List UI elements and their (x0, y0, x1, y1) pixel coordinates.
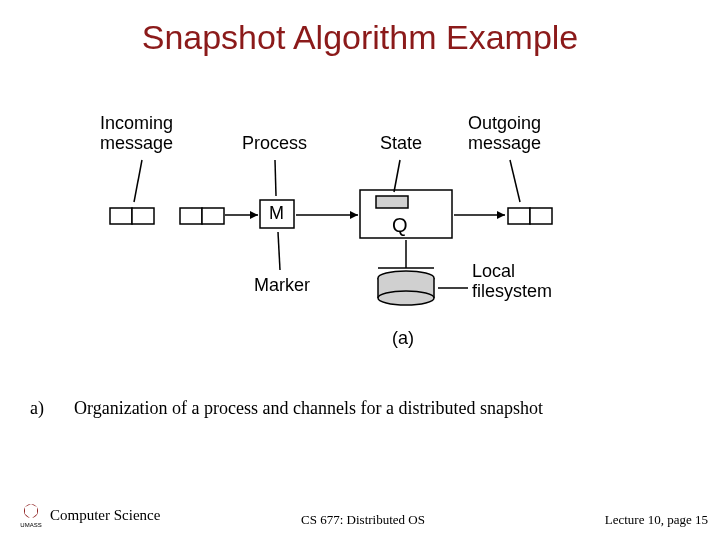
label-marker: Marker (254, 276, 310, 296)
page-title: Snapshot Algorithm Example (0, 0, 720, 57)
svg-marker-16 (497, 211, 505, 219)
svg-marker-9 (250, 211, 258, 219)
node-m-label: M (269, 204, 284, 224)
svg-line-14 (394, 160, 400, 192)
umass-logo-icon: UMASS (18, 502, 44, 528)
footer-pageinfo: Lecture 10, page 15 (605, 512, 708, 528)
diagram: Incoming message Process State Outgoing … (90, 110, 630, 350)
caption-row: a) Organization of a process and channel… (30, 398, 690, 419)
svg-line-7 (278, 232, 280, 270)
footer: UMASS Computer Science CS 677: Distribut… (18, 502, 708, 528)
svg-marker-11 (350, 211, 358, 219)
subfigure-label: (a) (392, 328, 414, 349)
svg-line-19 (510, 160, 520, 202)
caption-letter: a) (30, 398, 44, 419)
svg-rect-18 (530, 208, 552, 224)
label-state: State (380, 134, 422, 154)
footer-left: UMASS Computer Science (18, 502, 160, 528)
svg-point-26 (378, 291, 434, 305)
svg-rect-17 (508, 208, 530, 224)
footer-course: CS 677: Distributed OS (301, 512, 425, 528)
svg-rect-1 (132, 208, 154, 224)
svg-rect-3 (202, 208, 224, 224)
label-incoming: Incoming message (100, 114, 173, 154)
label-outgoing: Outgoing message (468, 114, 541, 154)
svg-rect-2 (180, 208, 202, 224)
svg-text:UMASS: UMASS (20, 522, 41, 528)
svg-line-4 (134, 160, 142, 202)
footer-dept: Computer Science (50, 507, 160, 524)
svg-rect-0 (110, 208, 132, 224)
svg-line-6 (275, 160, 276, 196)
label-localfs: Local filesystem (472, 262, 552, 302)
label-process: Process (242, 134, 307, 154)
caption-text: Organization of a process and channels f… (74, 398, 543, 419)
node-q-label: Q (392, 214, 408, 236)
svg-rect-13 (376, 196, 408, 208)
